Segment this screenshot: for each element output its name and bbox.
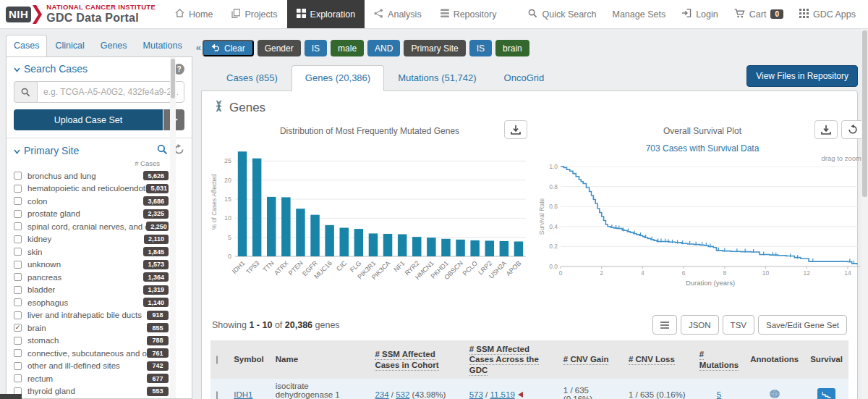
column-header-cnv-gain[interactable]: # CNV Gain (558, 340, 623, 379)
util-label: Quick Search (542, 9, 596, 20)
query-pill-field[interactable]: Primary Site (404, 40, 465, 56)
svg-text:0.6: 0.6 (549, 203, 558, 210)
facet-item-colon[interactable]: colon3,686 (7, 195, 192, 208)
checkbox[interactable] (14, 185, 22, 193)
checkbox[interactable] (14, 248, 22, 256)
query-pill-op[interactable]: IS (305, 40, 327, 56)
row-checkbox[interactable] (216, 391, 218, 399)
column-header-survival[interactable]: Survival (804, 340, 848, 379)
facet-item-thyroid-gland[interactable]: thyroid gland553 (7, 385, 192, 398)
checkbox[interactable] (14, 337, 22, 345)
nav-item-repository[interactable]: Repository (431, 0, 506, 28)
gdc-affected-link[interactable]: 573 (469, 390, 483, 399)
brand[interactable]: NIH NATIONAL CANCER INSTITUTE GDC Data P… (6, 0, 166, 28)
nav-item-exploration[interactable]: Exploration (287, 0, 365, 28)
export-tsv-button[interactable]: TSV (723, 315, 754, 335)
gdc-total-link[interactable]: 11,519 (490, 390, 514, 399)
checkbox[interactable] (14, 273, 22, 281)
upload-case-set-button[interactable]: Upload Case Set (14, 109, 163, 130)
case-search-input[interactable] (37, 81, 184, 103)
cohort-total-link[interactable]: 532 (396, 390, 409, 399)
survival-plot-button[interactable] (817, 388, 835, 399)
facet-item-stomach[interactable]: stomach788 (7, 335, 192, 348)
facet-search-icon[interactable] (157, 144, 168, 157)
column-header-ssm-affected-cases-in-cohort[interactable]: # SSM Affected Cases in Cohort (369, 340, 463, 379)
column-header-cnv-loss[interactable]: # CNV Loss (623, 340, 694, 379)
checkbox[interactable] (14, 222, 22, 230)
query-pill-value[interactable]: male (331, 40, 364, 56)
gene-symbol-link[interactable]: IDH1 (234, 390, 252, 399)
facet-item-kidney[interactable]: kidney2,110 (7, 233, 192, 246)
checkbox[interactable] (14, 362, 22, 370)
facet-item-liver-and-intrahepatic-bile-ducts[interactable]: liver and intrahepatic bile ducts918 (7, 309, 192, 322)
overall-survival-plot[interactable]: 0.00.20.40.60.81.002468101214Duration (y… (539, 162, 866, 291)
facet-item-label: stomach (27, 336, 59, 345)
facet-item-spinal-cord-cranial-nerves-and-other-[interactable]: spinal cord, cranial nerves, and other..… (7, 220, 192, 233)
tab-cases[interactable]: Cases (855) (213, 65, 292, 91)
util-gdc-apps[interactable]: GDC Apps (791, 0, 864, 28)
tab-genes[interactable]: Genes (20,386) (292, 65, 384, 91)
facet-item-prostate-gland[interactable]: prostate gland2,325 (7, 208, 192, 221)
sidebar-tab-clinical[interactable]: Clinical (47, 35, 92, 57)
column-settings-button[interactable] (652, 315, 677, 335)
util-manage-sets[interactable]: Manage Sets (604, 0, 673, 28)
facet-item-bronchus-and-lung[interactable]: bronchus and lung5,626 (7, 169, 192, 182)
util-quick-search[interactable]: Quick Search (520, 0, 604, 28)
checkbox[interactable] (14, 311, 22, 319)
checkbox[interactable]: ✓ (14, 324, 22, 332)
facet-item-connective-subcutaneous-and-other-s-[interactable]: connective, subcutaneous and other s...7… (7, 347, 192, 360)
clear-filters-button[interactable]: Clear (203, 40, 254, 56)
checkbox[interactable] (14, 235, 22, 243)
sidebar-scrollbar[interactable] (170, 57, 176, 398)
tab-mutations[interactable]: Mutations (51,742) (384, 65, 490, 91)
checkbox[interactable] (14, 172, 22, 180)
select-all-checkbox[interactable] (216, 356, 218, 364)
column-header-name[interactable]: Name (270, 340, 370, 379)
facet-item-bladder[interactable]: bladder1,319 (7, 284, 192, 297)
checkbox[interactable] (14, 298, 22, 306)
checkbox[interactable] (14, 286, 22, 294)
column-header-ssm-affected-cases-across-the-gdc[interactable]: # SSM Affected Cases Across the GDC (464, 340, 558, 379)
sidebar-tab-cases[interactable]: Cases (6, 35, 47, 57)
export-json-button[interactable]: JSON (681, 315, 719, 335)
facet-item-esophagus[interactable]: esophagus1,140 (7, 296, 192, 309)
facet-item-brain[interactable]: ✓brain855 (7, 322, 192, 335)
facet-item-unknown[interactable]: unknown1,573 (7, 259, 192, 272)
nav-item-home[interactable]: Home (166, 0, 222, 28)
column-header-mutations[interactable]: # Mutations (694, 340, 744, 379)
affected-cases-link[interactable]: 234 (375, 390, 388, 399)
nav-item-analysis[interactable]: Analysis (365, 0, 431, 28)
page-scrollbar[interactable] (861, 29, 868, 399)
view-files-in-repository-button[interactable]: View Files in Repository (746, 65, 858, 87)
column-header-annotations[interactable]: Annotations (744, 340, 804, 379)
sidebar-tab-genes[interactable]: Genes (93, 35, 135, 57)
nav-item-projects[interactable]: Projects (222, 0, 286, 28)
sidebar-tab-mutations[interactable]: Mutations (135, 35, 190, 57)
search-cases-header[interactable]: Search Cases ? (14, 63, 184, 75)
util-cart[interactable]: Cart0 (726, 0, 791, 28)
checkbox[interactable] (14, 349, 22, 357)
download-icon[interactable] (814, 120, 838, 139)
checkbox[interactable] (14, 374, 22, 382)
query-pill-value[interactable]: brain (495, 40, 529, 56)
mutations-count-link[interactable]: 5 (717, 390, 721, 399)
checkbox[interactable] (14, 210, 22, 218)
mutated-genes-bar-chart[interactable]: 0510152025% of Cases AffectedIDH1TP53TTN… (210, 142, 529, 304)
annotations-icon[interactable] (769, 392, 780, 399)
facet-item-skin[interactable]: skin1,845 (7, 245, 192, 259)
survival-cases-link[interactable]: 703 Cases with Survival Data (539, 143, 866, 154)
download-icon[interactable] (504, 120, 527, 139)
query-pill-op[interactable]: AND (367, 40, 400, 56)
facet-item-other-and-ill-defined-sites[interactable]: other and ill-defined sites742 (7, 360, 192, 373)
column-header-symbol[interactable]: Symbol (228, 340, 270, 379)
facet-item-pancreas[interactable]: pancreas1,364 (7, 271, 192, 284)
query-pill-field[interactable]: Gender (258, 40, 301, 56)
tab-oncogrid[interactable]: OncoGrid (490, 65, 558, 91)
checkbox[interactable] (14, 197, 22, 205)
save-edit-gene-set-button[interactable]: Save/Edit Gene Set (758, 315, 847, 335)
facet-item-rectum[interactable]: rectum677 (7, 372, 192, 385)
checkbox[interactable] (14, 261, 22, 269)
facet-item-hematopoietic-and-reticuloendothelial-[interactable]: hematopoietic and reticuloendothelial...… (7, 182, 192, 196)
util-login[interactable]: Login (673, 0, 726, 28)
query-pill-op[interactable]: IS (469, 40, 492, 56)
